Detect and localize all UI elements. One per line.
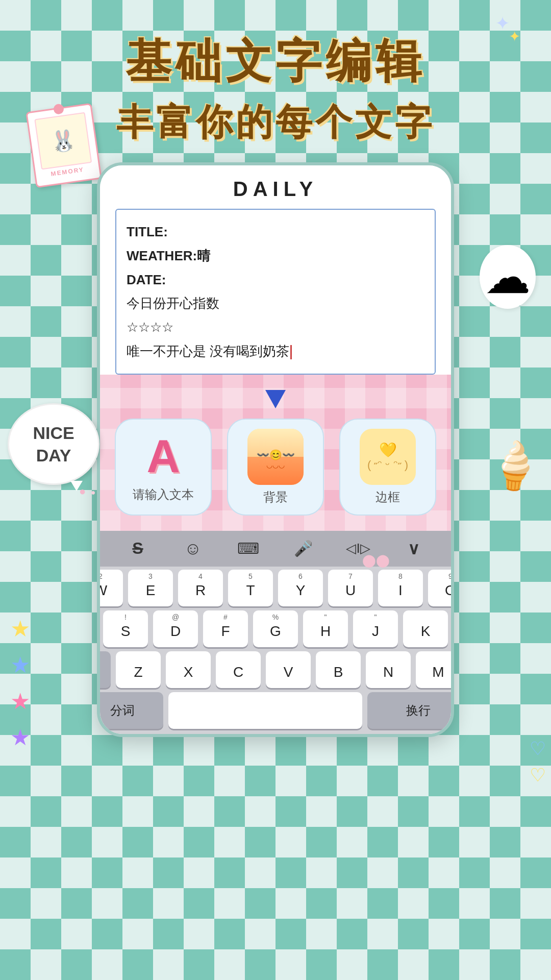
key-shift[interactable]: ⇧	[97, 651, 111, 688]
key-n[interactable]: N	[366, 651, 411, 688]
key-d[interactable]: @D	[153, 610, 198, 647]
editor-content-line: 唯一不开心是 没有喝到奶茶	[127, 339, 424, 363]
keyboard-rows: 1Q 2W 3E 4R 5T 6Y 7U 8I 9O 0P ~A !S @D #…	[100, 567, 451, 734]
nice-day-bubble: NICEDAY	[8, 403, 99, 485]
sparkle-yellow-icon: ✦	[509, 28, 520, 45]
key-i[interactable]: 8I	[378, 570, 423, 606]
keyboard-row-qwerty: 1Q 2W 3E 4R 5T 6Y 7U 8I 9O 0P	[104, 570, 447, 606]
sparkle-decoration: ✦ ✦	[495, 13, 510, 34]
keyboard-row-space: 分词 换行	[104, 692, 447, 729]
editor-happiness-label: 今日份开心指数	[127, 291, 424, 315]
key-l[interactable]: ?L	[453, 610, 454, 647]
editor-stars-line: ☆☆☆☆	[127, 315, 424, 339]
keyboard-area: S ☺ ⌨ 🎤 ◁I▷ ∨	[100, 531, 451, 734]
editor-date-line: DATE:	[127, 268, 424, 292]
strikethrough-button[interactable]: S	[125, 539, 151, 558]
cursor-handle[interactable]	[265, 390, 286, 408]
memory-card: 🐰 MEMORY	[26, 103, 102, 188]
editor-title-line: TITLE:	[127, 220, 424, 244]
key-k[interactable]: K	[403, 610, 448, 647]
text-tool-label: 请输入文本	[133, 486, 194, 503]
key-h[interactable]: "H	[303, 610, 348, 647]
background-tool-label: 背景	[263, 489, 288, 505]
keyboard-toolbar: S ☺ ⌨ 🎤 ◁I▷ ∨	[100, 531, 451, 567]
key-e[interactable]: 3E	[128, 570, 173, 606]
collapse-button[interactable]: ∨	[400, 539, 426, 558]
nice-day-text: NICEDAY	[33, 422, 74, 467]
key-o[interactable]: 9O	[428, 570, 454, 606]
key-a[interactable]: ~A	[97, 610, 98, 647]
key-t[interactable]: 5T	[228, 570, 273, 606]
daily-header: DAILY	[100, 165, 451, 209]
key-v[interactable]: V	[266, 651, 311, 688]
key-u[interactable]: 7U	[328, 570, 373, 606]
letter-a-icon: A	[138, 431, 189, 482]
key-w[interactable]: 2W	[97, 570, 123, 606]
key-y[interactable]: 6Y	[278, 570, 323, 606]
header-section: 基础文字编辑 丰富你的每个文字	[116, 31, 435, 147]
tool-buttons-row: A 请输入文本 〰️😊〰️ ◡◡◡ 背景	[115, 419, 436, 516]
key-c[interactable]: C	[216, 651, 261, 688]
keyboard-row-asdf: ~A !S @D #F %G "H "J K ?L	[104, 610, 447, 647]
ice-cream-decoration: 🍦	[484, 436, 546, 495]
title-line2: 丰富你的每个文字	[116, 98, 435, 147]
key-z[interactable]: Z	[116, 651, 161, 688]
pink-plaid-area: ⬤⬤ A 请输入文本 〰️😊〰️ ◡◡◡	[100, 375, 451, 531]
key-x[interactable]: X	[166, 651, 211, 688]
editor-weather-line: WEATHER:晴	[127, 244, 424, 268]
text-editor[interactable]: TITLE: WEATHER:晴 DATE: 今日份开心指数 ☆☆☆☆ 唯一不开…	[115, 209, 436, 375]
memory-card-image: 🐰	[34, 112, 92, 170]
text-tool-button[interactable]: A 请输入文本	[115, 419, 212, 516]
background-tool-button[interactable]: 〰️😊〰️ ◡◡◡ 背景	[227, 419, 324, 516]
keyboard-switch-button[interactable]: ⌨	[235, 540, 261, 557]
key-m[interactable]: M	[416, 651, 454, 688]
keyboard-row-zxcv: ⇧ Z X C V B N M ⌫	[104, 651, 447, 688]
text-cursor	[290, 345, 292, 359]
key-f[interactable]: #F	[203, 610, 248, 647]
key-s[interactable]: !S	[103, 610, 148, 647]
key-return[interactable]: 换行	[367, 692, 454, 729]
cloud-decoration: ☁	[480, 245, 536, 309]
border-tool-button[interactable]: 💛 ( ˶ᵔ ᵕ ᵔ˶ ) 边框	[339, 419, 436, 516]
key-g[interactable]: %G	[253, 610, 298, 647]
phone-mockup: DAILY TITLE: WEATHER:晴 DATE: 今日份开心指数 ☆☆☆…	[97, 162, 454, 737]
key-b[interactable]: B	[316, 651, 361, 688]
sparkle-icon: ✦	[495, 13, 510, 34]
border-tool-label: 边框	[375, 489, 400, 505]
key-j[interactable]: "J	[353, 610, 398, 647]
key-space[interactable]	[168, 692, 362, 729]
key-word-split[interactable]: 分词	[97, 692, 163, 729]
emoji-button[interactable]: ☺	[180, 538, 206, 558]
plaid-bubbles: ⬤⬤	[362, 553, 390, 568]
memory-pin	[53, 103, 65, 115]
key-r[interactable]: 4R	[178, 570, 223, 606]
title-line1: 基础文字编辑	[116, 31, 435, 93]
microphone-button[interactable]: 🎤	[290, 540, 316, 557]
